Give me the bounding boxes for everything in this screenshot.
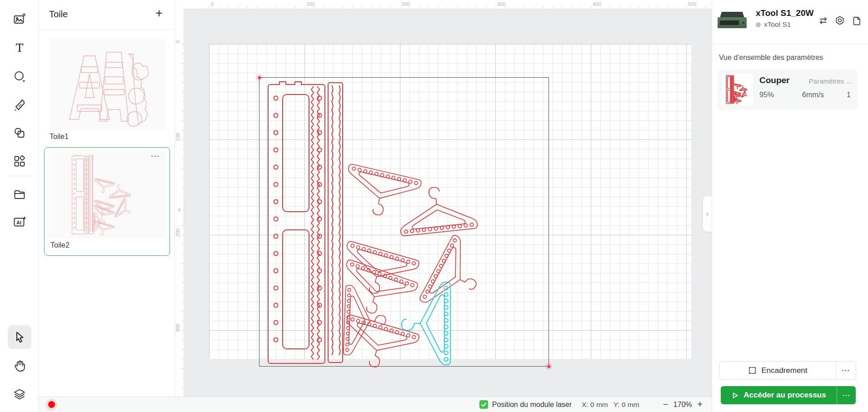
device-status-dot (756, 22, 761, 27)
process-button[interactable]: Accéder au processus ··· (721, 386, 856, 404)
svg-text:T: T (16, 41, 24, 55)
framing-button-label: Encadrement (761, 366, 807, 375)
text-tool-button[interactable]: T (8, 36, 31, 60)
add-canvas-button[interactable]: + (155, 6, 163, 20)
speed-value: 6mm/s (802, 91, 824, 99)
rail-divider (8, 176, 30, 176)
laser-y-coordinate: Y: 0 mm (614, 401, 639, 409)
switch-device-button[interactable] (818, 15, 828, 25)
file-button[interactable] (852, 15, 862, 25)
canvas-thumbnail-toile2[interactable]: ··· Toile2 (44, 147, 170, 256)
frame-icon (748, 366, 757, 375)
framing-button[interactable]: Encadrement ··· (719, 361, 856, 380)
materials-folder-icon (13, 188, 26, 200)
elements-library-button[interactable] (8, 149, 31, 173)
toile2-preview: ··· (49, 151, 165, 238)
circle-shape-icon (13, 70, 26, 84)
device-name: xTool S1_20W (756, 8, 813, 18)
design-canvas[interactable]: 0 100 200 300 400 500 0 100 200 300 ‹ › (175, 0, 712, 397)
processing-mode: Couper (759, 75, 790, 85)
panel-title: Toile (49, 9, 68, 20)
canvas-label-toile2: Toile2 (50, 241, 70, 249)
file-icon (852, 16, 862, 25)
xcs-app-window: T AI Toile (0, 0, 868, 412)
zoom-in-button[interactable]: + (694, 399, 705, 410)
parameters-overview-title: Vue d'ensemble des paramètres (719, 54, 823, 62)
materials-button[interactable] (8, 182, 31, 206)
process-button-label: Accéder au processus (743, 391, 826, 400)
vector-draw-button[interactable] (8, 93, 31, 117)
canvas-list-panel: Toile + Toile1 ··· Toile2 (39, 0, 175, 397)
ai-image-icon: AI (13, 215, 26, 229)
svg-text:AI: AI (16, 220, 21, 225)
ai-image-button[interactable]: AI (8, 210, 31, 234)
zoom-level-value: 170% (671, 401, 694, 409)
gear-icon (835, 15, 845, 25)
device-settings-button[interactable] (835, 15, 845, 25)
device-model: xTool S1 (764, 20, 791, 29)
tool-sidebar: T AI (0, 0, 39, 412)
ruler-corner (175, 0, 184, 9)
zoom-out-button[interactable]: − (660, 399, 671, 410)
cursor-arrow-icon (13, 331, 26, 343)
laser-design-artwork[interactable] (259, 77, 550, 368)
check-icon (481, 402, 487, 407)
pan-tool-button[interactable] (8, 354, 31, 377)
device-status: xTool S1 (756, 20, 791, 29)
laser-x-coordinate: X: 0 mm (582, 401, 608, 409)
play-icon (731, 392, 739, 399)
device-actions (818, 15, 862, 25)
panel-divider (712, 44, 868, 44)
collapse-right-panel-handle[interactable]: › (703, 196, 712, 232)
process-more-button[interactable]: ··· (837, 386, 856, 404)
combine-shapes-button[interactable] (8, 121, 31, 145)
toile2-more-button[interactable]: ··· (151, 152, 160, 160)
parameters-link[interactable]: Paramètres ... (809, 77, 852, 85)
canvas-thumbnail-toile1[interactable] (49, 39, 165, 130)
image-add-icon (13, 13, 26, 26)
elements-grid-icon (13, 155, 26, 168)
shape-tool-button[interactable] (8, 65, 31, 89)
parameter-thumbnail (722, 74, 753, 105)
layers-icon (13, 388, 26, 401)
ruler-horizontal: 0 100 200 300 400 500 (175, 0, 712, 9)
pen-nib-icon (13, 99, 26, 111)
parameter-card[interactable]: Couper Paramètres ... 95% 6mm/s 1 (718, 69, 858, 110)
canvas-label-toile1: Toile1 (50, 133, 69, 141)
text-icon: T (13, 41, 26, 55)
canvas-panel-header: Toile + (39, 0, 175, 30)
passes-value: 1 (847, 91, 851, 99)
laser-position-checkbox[interactable] (479, 400, 488, 409)
swap-arrows-icon (818, 16, 828, 25)
record-status-dot[interactable] (45, 399, 57, 411)
device-image (718, 12, 747, 30)
layers-tool-button[interactable] (8, 382, 31, 406)
collapse-left-panel-handle[interactable]: ‹ (175, 193, 184, 226)
laser-position-label: Position du module laser (492, 401, 572, 409)
hand-icon (13, 359, 26, 372)
import-image-button[interactable] (8, 8, 31, 31)
select-tool-button[interactable] (8, 325, 31, 349)
boolean-shapes-icon (13, 127, 26, 139)
device-panel: xTool S1_20W xTool S1 Vue d'ensemble des… (712, 0, 868, 412)
status-bar: Position du module laser X: 0 mm Y: 0 mm… (39, 397, 712, 412)
power-value: 95% (759, 91, 774, 99)
status-bar-controls: Position du module laser X: 0 mm Y: 0 mm… (479, 399, 712, 410)
framing-more-button[interactable]: ··· (836, 362, 856, 379)
